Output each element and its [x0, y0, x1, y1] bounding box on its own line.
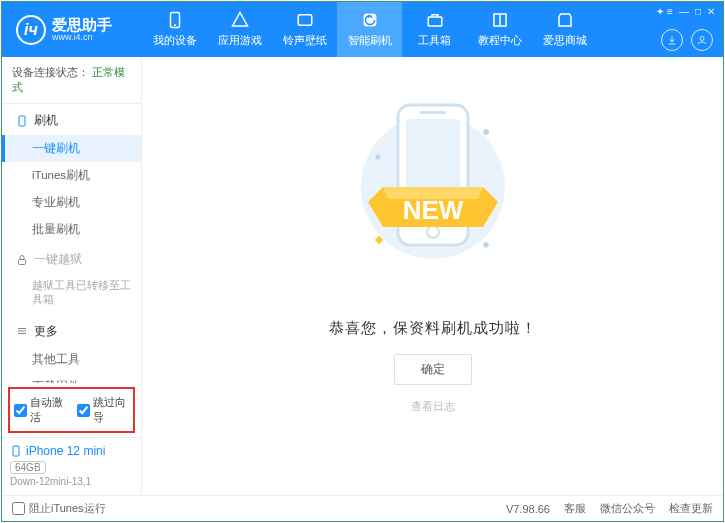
- sidebar-item-other-tools[interactable]: 其他工具: [2, 346, 141, 373]
- sidebar-item-pro-flash[interactable]: 专业刷机: [2, 189, 141, 216]
- svg-rect-17: [482, 241, 489, 248]
- wallpaper-icon: [296, 11, 314, 29]
- wechat-link[interactable]: 微信公众号: [600, 501, 655, 516]
- svg-rect-13: [420, 111, 446, 114]
- checkbox-label: 自动激活: [30, 395, 67, 425]
- sidebar-group-more[interactable]: 更多: [2, 315, 141, 346]
- phone-icon: [10, 445, 22, 457]
- nav-apps-games[interactable]: 应用游戏: [207, 2, 272, 57]
- nav-store[interactable]: 爱思商城: [532, 2, 597, 57]
- main-nav: 我的设备 应用游戏 铃声壁纸 智能刷机 工具箱 教程中心 爱思商城: [142, 2, 597, 57]
- close-button[interactable]: ✕: [707, 6, 715, 17]
- checkbox-label: 阻止iTunes运行: [29, 501, 106, 516]
- device-name-text: iPhone 12 mini: [26, 444, 105, 458]
- minimize-button[interactable]: —: [679, 6, 689, 17]
- checkbox-input[interactable]: [77, 404, 90, 417]
- sidebar-checkbox-highlight: 自动激活 跳过向导: [8, 387, 135, 433]
- apps-icon: [231, 11, 249, 29]
- checkbox-skip-wizard[interactable]: 跳过向导: [77, 395, 130, 425]
- download-button[interactable]: [661, 29, 683, 51]
- sidebar-group-jailbreak[interactable]: 一键越狱: [2, 243, 141, 274]
- connection-status: 设备连接状态： 正常模式: [2, 57, 141, 104]
- svg-point-5: [700, 37, 704, 41]
- phone-icon: [166, 11, 184, 29]
- download-icon: [666, 34, 678, 46]
- flash-icon: [361, 11, 379, 29]
- checkbox-auto-activate[interactable]: 自动激活: [14, 395, 67, 425]
- nav-label: 智能刷机: [348, 33, 392, 48]
- group-label: 更多: [34, 323, 58, 340]
- view-log-link[interactable]: 查看日志: [411, 399, 455, 414]
- toolbox-icon: [426, 11, 444, 29]
- checkbox-block-itunes[interactable]: 阻止iTunes运行: [12, 501, 106, 516]
- checkbox-input[interactable]: [12, 502, 25, 515]
- confirm-button[interactable]: 确定: [394, 354, 472, 385]
- device-storage-badge: 64GB: [10, 461, 46, 474]
- checkbox-input[interactable]: [14, 404, 27, 417]
- main-content: NEW 恭喜您，保资料刷机成功啦！ 确定 查看日志: [142, 57, 723, 495]
- nav-my-device[interactable]: 我的设备: [142, 2, 207, 57]
- svg-point-1: [174, 25, 176, 27]
- svg-rect-8: [13, 446, 19, 456]
- logo-icon: iч: [16, 15, 46, 45]
- connection-label: 设备连接状态：: [12, 66, 89, 78]
- checkbox-label: 跳过向导: [93, 395, 130, 425]
- connected-device[interactable]: iPhone 12 mini 64GB Down-12mini-13,1: [2, 437, 141, 495]
- nav-label: 应用游戏: [218, 33, 262, 48]
- svg-rect-4: [428, 17, 442, 26]
- sidebar-item-batch-flash[interactable]: 批量刷机: [2, 216, 141, 243]
- version-label: V7.98.66: [506, 503, 550, 515]
- nav-label: 铃声壁纸: [283, 33, 327, 48]
- success-illustration: NEW: [358, 87, 508, 297]
- settings-icon[interactable]: ✦ ≡: [656, 6, 673, 17]
- nav-tutorial-center[interactable]: 教程中心: [467, 2, 532, 57]
- support-link[interactable]: 客服: [564, 501, 586, 516]
- svg-point-15: [375, 155, 380, 160]
- nav-label: 我的设备: [153, 33, 197, 48]
- app-title: 爱思助手: [52, 17, 112, 32]
- sidebar-item-oneclick-flash[interactable]: 一键刷机: [2, 135, 141, 162]
- group-label: 刷机: [34, 112, 58, 129]
- group-label: 一键越狱: [34, 251, 82, 268]
- titlebar: iч 爱思助手 www.i4.cn 我的设备 应用游戏 铃声壁纸 智能刷机 工具…: [2, 2, 723, 57]
- sidebar-item-itunes-flash[interactable]: iTunes刷机: [2, 162, 141, 189]
- account-button[interactable]: [691, 29, 713, 51]
- maximize-button[interactable]: □: [695, 6, 701, 17]
- sidebar-group-flash[interactable]: 刷机: [2, 104, 141, 135]
- svg-rect-6: [19, 116, 25, 126]
- nav-smart-flash[interactable]: 智能刷机: [337, 2, 402, 57]
- success-message: 恭喜您，保资料刷机成功啦！: [329, 319, 537, 338]
- sidebar-item-download-firmware[interactable]: 下载固件: [2, 373, 141, 383]
- menu-icon: [16, 325, 28, 337]
- device-model: Down-12mini-13,1: [10, 476, 133, 487]
- check-update-link[interactable]: 检查更新: [669, 501, 713, 516]
- new-badge-text: NEW: [402, 195, 463, 225]
- nav-label: 工具箱: [418, 33, 451, 48]
- phone-icon: [16, 115, 28, 127]
- store-icon: [556, 11, 574, 29]
- sidebar: 设备连接状态： 正常模式 刷机 一键刷机 iTunes刷机 专业刷机 批量刷机 …: [2, 57, 142, 495]
- nav-ringtone-wallpaper[interactable]: 铃声壁纸: [272, 2, 337, 57]
- book-icon: [491, 11, 509, 29]
- lock-icon: [16, 254, 28, 266]
- svg-rect-2: [298, 15, 312, 26]
- nav-label: 爱思商城: [543, 33, 587, 48]
- app-subtitle: www.i4.cn: [52, 32, 112, 42]
- svg-rect-7: [19, 259, 26, 264]
- svg-point-14: [483, 129, 489, 135]
- user-icon: [696, 34, 708, 46]
- jailbreak-note: 越狱工具已转移至工具箱: [2, 274, 141, 315]
- nav-label: 教程中心: [478, 33, 522, 48]
- window-controls: ✦ ≡ — □ ✕: [656, 6, 715, 17]
- nav-toolbox[interactable]: 工具箱: [402, 2, 467, 57]
- statusbar: 阻止iTunes运行 V7.98.66 客服 微信公众号 检查更新: [2, 495, 723, 521]
- app-logo: iч 爱思助手 www.i4.cn: [2, 15, 142, 45]
